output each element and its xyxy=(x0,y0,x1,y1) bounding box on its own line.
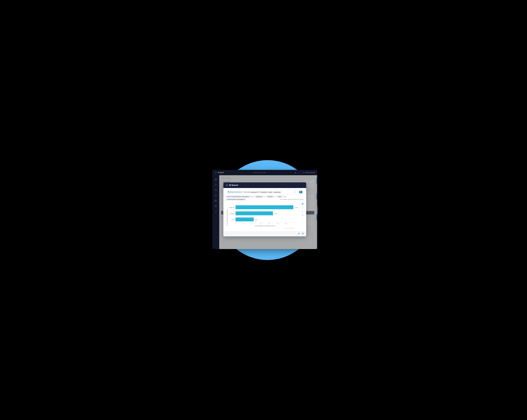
svg-line-27 xyxy=(227,186,228,186)
search-actions: ✕ ⋮ xyxy=(294,191,302,193)
y-axis-label: CustomProperties Social Platform xyxy=(227,209,228,226)
svg-rect-41 xyxy=(302,204,302,205)
filter1-chip[interactable]: google ads ▾ xyxy=(255,195,264,198)
scene-wrapper: Relay42 relay42.com (ID: 409) 🎓 ? Kalina… xyxy=(205,164,322,256)
filter3-chevron-icon: ▾ xyxy=(281,196,282,197)
dataset-label: from dataset: Honda Social And Test Driv… xyxy=(280,199,304,200)
svg-line-30 xyxy=(229,192,229,193)
powered-by-label: ⚡ Powered by QuickSight xyxy=(284,228,294,229)
info-icon[interactable] xyxy=(301,214,304,216)
bar-label-facebook: Facebook xyxy=(230,213,235,214)
chart-type-icon[interactable] xyxy=(301,202,304,205)
filter3-chip[interactable]: tiktok ▾ xyxy=(277,195,283,198)
search-mode-label: BI Search (AI) Demo xyxy=(230,191,241,193)
group-by-chevron-icon: ▾ xyxy=(245,199,245,200)
bar-value-tiktok: 5.56K xyxy=(254,219,257,220)
x-tick-3k: 3K xyxy=(243,223,245,224)
x-tick-6k: 6K xyxy=(252,223,253,224)
bi-search-header-icon: BI xyxy=(226,184,228,186)
lightbulb-icon[interactable] xyxy=(301,206,304,209)
bi-modal-footer xyxy=(223,231,306,236)
close-search-button[interactable]: ✕ xyxy=(294,191,296,193)
or2-label: or xyxy=(275,196,276,197)
bar-google-ads xyxy=(236,205,293,209)
filter-row: count of customproperties social platfor… xyxy=(226,195,304,200)
by-label: ) by xyxy=(284,196,286,197)
x-tick-15k: 15K xyxy=(277,223,278,224)
app-body: Journey Profiles Pixel Profiles Step Pro… xyxy=(212,175,317,249)
filter3-label: tiktok xyxy=(278,196,281,197)
search-small-icon xyxy=(228,191,229,193)
svg-rect-42 xyxy=(302,203,303,205)
thumbs-up-button[interactable] xyxy=(298,232,300,235)
metric-chip[interactable]: count of customproperties social platfor… xyxy=(226,195,251,198)
x-tick-0: 0 xyxy=(235,223,236,224)
svg-point-50 xyxy=(302,220,303,220)
chart-main: CustomProperties Social Platform xyxy=(226,202,300,229)
for-label: for ( xyxy=(252,196,254,197)
query-facebook: facebook xyxy=(261,191,267,193)
bar-label-google-ads: Google Ads xyxy=(229,207,235,208)
query-google-ads: google ads xyxy=(274,191,281,193)
filter1-label: google ads xyxy=(256,196,262,197)
more-options-button[interactable]: ⋮ xyxy=(297,191,298,193)
thumbs-down-button[interactable] xyxy=(302,232,304,235)
bar-facebook xyxy=(236,211,273,215)
x-tick-12k: 12K xyxy=(268,223,270,224)
x-tick-18k: 18K xyxy=(285,223,287,224)
bar-label-tiktok: TikTok xyxy=(231,219,235,220)
copy-button[interactable] xyxy=(299,191,302,193)
modal-overlay: BI BI Search xyxy=(212,175,317,249)
filter2-chip[interactable]: facebook ▾ xyxy=(266,195,274,198)
x-tick-9k: 9K xyxy=(260,223,261,224)
bar-value-google-ads: 17.63K xyxy=(294,207,297,208)
group-by-label: customproperties social platform xyxy=(227,199,244,200)
share-icon[interactable] xyxy=(301,210,304,213)
svg-point-49 xyxy=(302,219,303,219)
bi-modal-header: BI BI Search xyxy=(223,183,306,188)
svg-point-48 xyxy=(302,219,303,219)
chart-container: CustomProperties Social Platform xyxy=(226,202,304,229)
query-customers: customers xyxy=(251,191,257,193)
bar-value-facebook: 11.43K xyxy=(274,213,277,214)
svg-text:BI: BI xyxy=(226,185,227,186)
svg-point-29 xyxy=(228,192,229,192)
bi-modal-title: BI Search xyxy=(229,184,238,186)
search-mode-badge[interactable]: BI Search (AI) Demo ▾ xyxy=(227,191,243,193)
filter1-chevron-icon: ▾ xyxy=(262,196,263,197)
group-by-chip[interactable]: customproperties social platform ▾ xyxy=(226,198,246,200)
copy-icon xyxy=(300,191,302,193)
metric-chip-label: count of customproperties social platfor… xyxy=(227,196,249,197)
filter2-label: facebook xyxy=(268,196,273,197)
or1-label: or xyxy=(264,196,266,197)
chart-sidebar-icons xyxy=(301,202,304,229)
search-mode-chevron: ▾ xyxy=(241,191,242,193)
more-options-icon[interactable] xyxy=(301,218,304,220)
bar-chart-svg: CustomProperties Social Platform xyxy=(226,202,298,229)
bar-tiktok xyxy=(236,217,254,221)
svg-point-47 xyxy=(302,215,303,215)
svg-rect-43 xyxy=(303,203,303,205)
bi-modal-body: BI Search (AI) Demo ▾ how many customers… xyxy=(223,188,306,231)
filter2-chevron-icon: ▾ xyxy=(273,196,274,197)
query-tiktok: tiktok xyxy=(269,191,272,193)
metric-chevron-icon: ▾ xyxy=(249,196,250,197)
svg-rect-31 xyxy=(300,192,301,193)
app-window: Relay42 relay42.com (ID: 409) 🎓 ? Kalina… xyxy=(212,170,317,249)
search-bar: BI Search (AI) Demo ▾ how many customers… xyxy=(226,190,304,194)
search-query-text: how many customers from facebook v tikto… xyxy=(244,191,293,193)
x-axis-label: CustomProperties Social Platform(COUNT) xyxy=(254,225,275,226)
bi-search-modal: BI BI Search xyxy=(223,183,306,236)
